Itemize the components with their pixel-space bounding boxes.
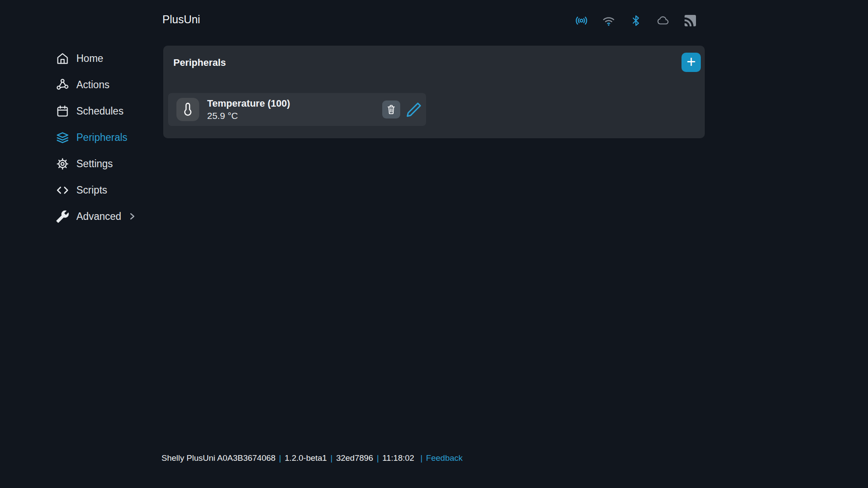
delete-peripheral-button[interactable] [382, 100, 400, 118]
thermometer-icon [181, 102, 195, 118]
sidebar-item-label: Home [76, 53, 103, 65]
footer: Shelly PlusUni A0A3B3674068 | 1.2.0-beta… [161, 453, 463, 463]
sidebar-item-schedules[interactable]: Schedules [56, 98, 157, 124]
panel-title: Peripherals [173, 57, 226, 68]
edit-peripheral-button[interactable] [404, 100, 423, 119]
status-bar [574, 14, 697, 28]
sidebar-item-label: Peripherals [76, 132, 127, 144]
sidebar-item-actions[interactable]: Actions [56, 72, 157, 98]
sidebar-item-advanced[interactable]: Advanced [56, 203, 157, 230]
peripheral-value: 25.9 °C [207, 111, 290, 121]
peripheral-row-temperature: Temperature (100) 25.9 °C [168, 93, 426, 126]
sidebar-item-home[interactable]: Home [56, 45, 157, 72]
thermometer-tile [176, 98, 199, 121]
footer-version: 1.2.0-beta1 [285, 453, 327, 463]
access-point-icon[interactable] [574, 14, 588, 28]
sidebar-item-peripherals[interactable]: Peripherals [56, 124, 157, 151]
calendar-icon [56, 104, 69, 118]
sidebar-item-label: Settings [76, 158, 113, 170]
row-actions [382, 100, 423, 119]
cloud-icon[interactable] [656, 14, 670, 28]
footer-separator: | [276, 453, 285, 463]
sidebar-item-scripts[interactable]: Scripts [56, 177, 157, 203]
sidebar: Home Actions Schedules [56, 45, 157, 230]
add-peripheral-button[interactable]: + [681, 53, 701, 72]
sidebar-item-label: Actions [76, 79, 109, 91]
layers-icon [56, 131, 69, 144]
chevron-right-icon [129, 212, 135, 221]
sidebar-item-label: Schedules [76, 105, 123, 117]
plus-icon: + [686, 53, 696, 71]
pencil-icon [405, 100, 423, 119]
footer-separator: | [414, 453, 426, 463]
trash-icon [385, 104, 397, 115]
code-icon [56, 183, 69, 197]
footer-device: Shelly PlusUni A0A3B3674068 [161, 453, 276, 463]
peripherals-panel: Peripherals + Temperature (100) 25.9 °C [163, 46, 705, 138]
sidebar-item-label: Advanced [76, 211, 121, 222]
footer-separator: | [373, 453, 382, 463]
sidebar-item-label: Scripts [76, 184, 107, 196]
peripheral-info: Temperature (100) 25.9 °C [207, 98, 290, 121]
footer-separator: | [327, 453, 336, 463]
sidebar-item-settings[interactable]: Settings [56, 151, 157, 177]
home-icon [56, 52, 69, 65]
footer-time: 11:18:02 [382, 453, 414, 463]
bluetooth-icon[interactable] [629, 14, 643, 28]
wifi-icon[interactable] [602, 14, 616, 28]
gear-icon [56, 157, 69, 171]
wrench-icon [56, 210, 69, 223]
mqtt-icon[interactable] [683, 14, 697, 28]
footer-build: 32ed7896 [336, 453, 373, 463]
peripheral-name: Temperature (100) [207, 98, 290, 109]
feedback-link[interactable]: Feedback [426, 453, 463, 463]
page-title: PlusUni [162, 13, 200, 26]
actions-icon [56, 78, 69, 92]
